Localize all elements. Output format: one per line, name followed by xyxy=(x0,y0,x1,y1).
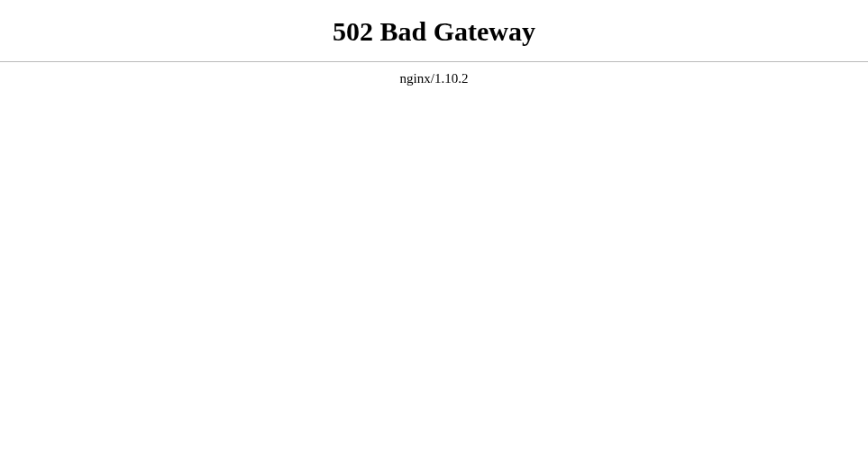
error-title: 502 Bad Gateway xyxy=(0,16,868,47)
divider xyxy=(0,61,868,62)
server-info: nginx/1.10.2 xyxy=(0,71,868,86)
